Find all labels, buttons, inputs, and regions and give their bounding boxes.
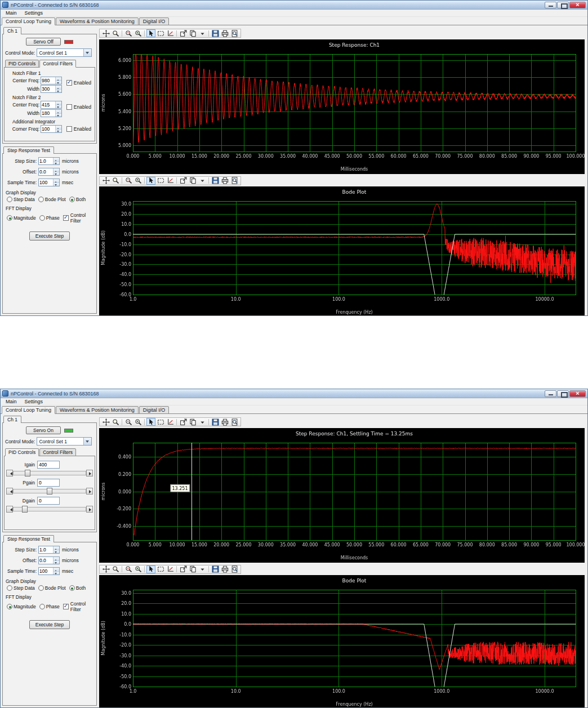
print-graph-icon[interactable] xyxy=(220,418,229,426)
zoom-box-icon[interactable] xyxy=(156,29,165,37)
spin-down-icon[interactable] xyxy=(54,571,59,575)
zoom-in-icon[interactable] xyxy=(133,565,142,573)
zoom-out-icon[interactable] xyxy=(124,565,133,573)
control-mode-dropdown[interactable]: Control Set 1 xyxy=(37,48,92,57)
tab-control-loop-tuning[interactable]: Control Loop Tuning xyxy=(2,17,55,25)
titlebar[interactable]: nPControl - Connected to S/N 6830168 xyxy=(1,1,587,10)
igain-slider[interactable] xyxy=(6,470,93,477)
close-button[interactable] xyxy=(569,2,586,8)
zoom-out-icon[interactable] xyxy=(124,29,133,37)
print-preview-icon[interactable] xyxy=(230,29,239,37)
slider-right-arrow-icon[interactable] xyxy=(86,470,93,477)
tab-pid-controls[interactable]: PID Controls xyxy=(5,448,39,456)
tab-waveforms-position-monitoring[interactable]: Waveforms & Position Monitoring xyxy=(56,406,139,414)
tab-digital-io[interactable]: Digital I/O xyxy=(139,406,170,414)
integrator-corner-freq-input[interactable] xyxy=(41,126,55,132)
tab-step-response-test[interactable]: Step Response Test xyxy=(3,535,54,542)
select-cursor-icon[interactable] xyxy=(146,565,155,573)
zoom-window-icon[interactable] xyxy=(111,29,120,37)
bode-plot-chart[interactable] xyxy=(99,186,585,315)
slider-track[interactable] xyxy=(13,507,86,511)
radio-magnitude[interactable]: Magnitude xyxy=(7,604,36,609)
print-graph-icon[interactable] xyxy=(220,29,229,37)
save-graph-icon[interactable] xyxy=(211,29,220,37)
notch1-center-freq-input[interactable] xyxy=(41,77,55,84)
execute-step-button[interactable]: Execute Step xyxy=(29,620,70,629)
notch2-width-input[interactable] xyxy=(41,110,55,117)
step-response-chart[interactable] xyxy=(99,39,585,174)
sample-time-input[interactable] xyxy=(39,179,53,186)
channel-tab-ch1[interactable]: Ch 1 xyxy=(3,27,21,34)
pgain-input[interactable] xyxy=(37,479,60,487)
servo-toggle-button[interactable]: Servo On xyxy=(26,426,61,434)
slider-track[interactable] xyxy=(13,471,86,475)
zoom-window-icon[interactable] xyxy=(111,418,120,426)
integrator-enabled-checkbox[interactable]: Enabled xyxy=(66,126,91,132)
tab-control-loop-tuning[interactable]: Control Loop Tuning xyxy=(2,406,55,414)
slider-right-arrow-icon[interactable] xyxy=(86,506,93,513)
channel-tab-ch1[interactable]: Ch 1 xyxy=(3,416,21,423)
minimize-button[interactable] xyxy=(545,2,556,8)
radio-step-data[interactable]: Step Data xyxy=(7,585,35,591)
step-response-chart[interactable] xyxy=(99,428,585,563)
notch1-width-input[interactable] xyxy=(41,86,55,92)
copy-caret-icon[interactable] xyxy=(198,177,207,185)
zoom-box-icon[interactable] xyxy=(156,418,165,426)
control-mode-dropdown[interactable]: Control Set 1 xyxy=(37,437,92,446)
export-graph-icon[interactable] xyxy=(179,177,188,185)
slider-left-arrow-icon[interactable] xyxy=(6,488,13,495)
copy-caret-icon[interactable] xyxy=(198,29,207,37)
radio-both[interactable]: Both xyxy=(69,585,86,591)
radio-step-data[interactable]: Step Data xyxy=(7,197,35,202)
tab-digital-io[interactable]: Digital I/O xyxy=(139,17,170,25)
select-cursor-icon[interactable] xyxy=(146,418,155,426)
print-preview-icon[interactable] xyxy=(230,565,239,573)
save-graph-icon[interactable] xyxy=(211,177,220,185)
offset-input[interactable] xyxy=(39,557,53,564)
zoom-window-icon[interactable] xyxy=(111,565,120,573)
spin-down-icon[interactable] xyxy=(54,182,59,186)
select-cursor-icon[interactable] xyxy=(146,177,155,185)
menu-main[interactable]: Main xyxy=(2,399,21,404)
slider-right-arrow-icon[interactable] xyxy=(86,488,93,495)
print-preview-icon[interactable] xyxy=(230,418,239,426)
zoom-box-icon[interactable] xyxy=(156,177,165,185)
chevron-down-icon[interactable] xyxy=(83,438,91,445)
menu-settings[interactable]: Settings xyxy=(21,10,47,16)
tab-pid-controls[interactable]: PID Controls xyxy=(5,60,39,68)
copy-graph-icon[interactable] xyxy=(188,29,197,37)
spin-down-icon[interactable] xyxy=(56,129,61,133)
print-graph-icon[interactable] xyxy=(220,177,229,185)
slider-track[interactable] xyxy=(13,489,86,493)
slider-left-arrow-icon[interactable] xyxy=(6,506,13,513)
copy-graph-icon[interactable] xyxy=(188,177,197,185)
select-cursor-icon[interactable] xyxy=(146,29,155,37)
fit-view-icon[interactable] xyxy=(166,418,175,426)
pan-tool-icon[interactable] xyxy=(101,565,110,573)
notch1-enabled-checkbox[interactable]: Enabled xyxy=(66,80,91,86)
bode-plot-chart[interactable] xyxy=(99,575,585,707)
spin-down-icon[interactable] xyxy=(54,560,59,564)
control-filter-checkbox[interactable]: Control Filter xyxy=(63,601,95,612)
pan-tool-icon[interactable] xyxy=(101,177,110,185)
servo-toggle-button[interactable]: Servo Off xyxy=(26,38,61,46)
radio-phase[interactable]: Phase xyxy=(39,604,60,609)
spin-down-icon[interactable] xyxy=(54,550,59,554)
spin-down-icon[interactable] xyxy=(54,172,59,176)
slider-thumb[interactable] xyxy=(25,470,30,477)
control-filter-checkbox[interactable]: Control Filter xyxy=(63,212,95,224)
slider-left-arrow-icon[interactable] xyxy=(6,470,13,477)
zoom-in-icon[interactable] xyxy=(133,177,142,185)
print-preview-icon[interactable] xyxy=(230,177,239,185)
pan-tool-icon[interactable] xyxy=(101,418,110,426)
menu-main[interactable]: Main xyxy=(2,10,21,16)
copy-caret-icon[interactable] xyxy=(198,565,207,573)
notch2-enabled-checkbox[interactable]: Enabled xyxy=(66,104,91,110)
dgain-input[interactable] xyxy=(37,497,60,505)
fit-view-icon[interactable] xyxy=(166,565,175,573)
tab-control-filters[interactable]: Control Filters xyxy=(39,60,76,68)
chevron-down-icon[interactable] xyxy=(83,49,91,56)
notch2-center-freq-input[interactable] xyxy=(41,101,55,108)
slider-thumb[interactable] xyxy=(47,488,52,495)
zoom-in-icon[interactable] xyxy=(133,29,142,37)
